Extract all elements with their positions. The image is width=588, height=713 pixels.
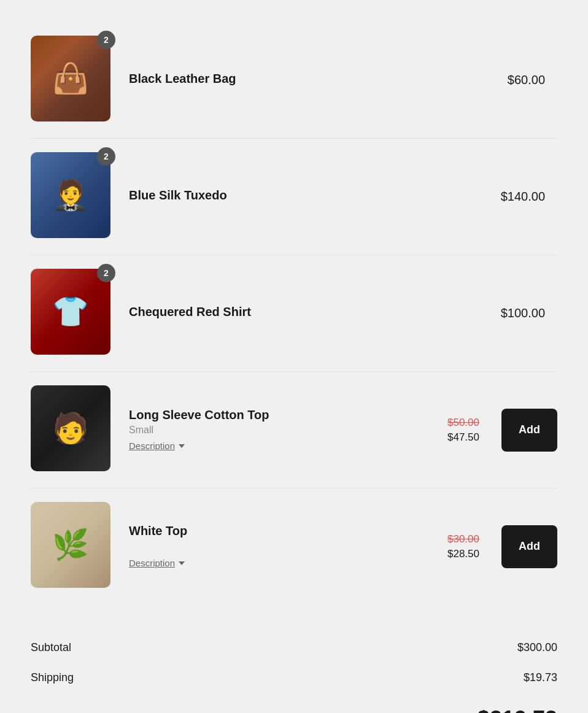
item-image — [31, 385, 110, 471]
cart-item-white-top: White Top Description $30.00 $28.50 Add — [31, 491, 557, 602]
item-price: $100.00 — [501, 306, 545, 320]
subtotal-value: $300.00 — [517, 641, 557, 654]
total-row: Total USD $319.73 — [31, 695, 557, 713]
item-name: Blue Silk Tuxedo — [129, 188, 490, 202]
chevron-down-icon — [179, 444, 185, 448]
subtotal-row: Subtotal $300.00 — [31, 633, 557, 663]
shipping-label: Shipping — [31, 671, 74, 684]
description-toggle-button[interactable]: Description — [129, 558, 185, 568]
cart-item-chequered-red-shirt: 2 Chequered Red Shirt $100.00 — [31, 258, 557, 369]
add-to-cart-button[interactable]: Add — [501, 525, 557, 568]
quantity-badge: 2 — [97, 147, 115, 166]
item-price-section: $50.00 $47.50 — [424, 417, 479, 444]
item-price-original: $50.00 — [447, 417, 479, 429]
item-image — [31, 152, 110, 238]
quantity-badge: 2 — [97, 264, 115, 282]
item-price-sale: $47.50 — [447, 431, 479, 444]
item-details: Long Sleeve Cotton Top Small Description — [129, 408, 424, 452]
divider — [31, 255, 557, 255]
chevron-down-icon — [179, 561, 185, 565]
total-price-section: USD $319.73 — [452, 706, 557, 713]
item-price-section: $100.00 — [490, 306, 545, 320]
item-price-original: $30.00 — [447, 533, 479, 545]
subtotal-label: Subtotal — [31, 641, 71, 654]
item-image-wrapper — [31, 502, 110, 591]
description-label: Description — [129, 558, 175, 568]
item-details: White Top Description — [129, 524, 424, 569]
item-image-wrapper: 2 — [31, 152, 110, 241]
item-price: $60.00 — [508, 73, 545, 87]
item-price-section: $140.00 — [490, 190, 545, 204]
item-variant: Small — [129, 425, 424, 436]
order-summary: Subtotal $300.00 Shipping $19.73 Total U… — [31, 626, 557, 713]
description-toggle-button[interactable]: Description — [129, 441, 185, 451]
item-right: $30.00 $28.50 Add — [424, 525, 557, 568]
item-image — [31, 502, 110, 588]
divider — [31, 138, 557, 139]
item-image-wrapper: 2 — [31, 36, 110, 125]
description-label: Description — [129, 441, 175, 451]
cart-item-blue-silk-tuxedo: 2 Blue Silk Tuxedo $140.00 — [31, 141, 557, 252]
item-name: Long Sleeve Cotton Top — [129, 408, 424, 422]
item-image-wrapper: 2 — [31, 269, 110, 358]
shipping-row: Shipping $19.73 — [31, 663, 557, 693]
item-price-sale: $28.50 — [447, 548, 479, 560]
item-details: Blue Silk Tuxedo — [129, 188, 490, 205]
total-label: Total — [31, 710, 68, 714]
cart-item-long-sleeve-cotton-top: Long Sleeve Cotton Top Small Description… — [31, 374, 557, 485]
item-name: Black Leather Bag — [129, 72, 490, 86]
item-name: Chequered Red Shirt — [129, 305, 490, 319]
item-details: Black Leather Bag — [129, 72, 490, 88]
item-right: $50.00 $47.50 Add — [424, 409, 557, 452]
shipping-value: $19.73 — [524, 671, 557, 684]
item-image-wrapper — [31, 385, 110, 474]
quantity-badge: 2 — [97, 31, 115, 49]
cart-container: 2 Black Leather Bag $60.00 2 Blue Silk T… — [12, 12, 576, 713]
item-price-section: $60.00 — [490, 73, 545, 87]
divider — [31, 488, 557, 488]
total-amount: $319.73 — [478, 706, 557, 713]
item-price: $140.00 — [501, 190, 545, 204]
add-to-cart-button[interactable]: Add — [501, 409, 557, 452]
item-name: White Top — [129, 524, 424, 538]
item-price-section: $30.00 $28.50 — [424, 533, 479, 560]
item-image — [31, 36, 110, 121]
item-details: Chequered Red Shirt — [129, 305, 490, 322]
cart-item-black-leather-bag: 2 Black Leather Bag $60.00 — [31, 25, 557, 136]
divider — [31, 371, 557, 372]
item-image — [31, 269, 110, 355]
